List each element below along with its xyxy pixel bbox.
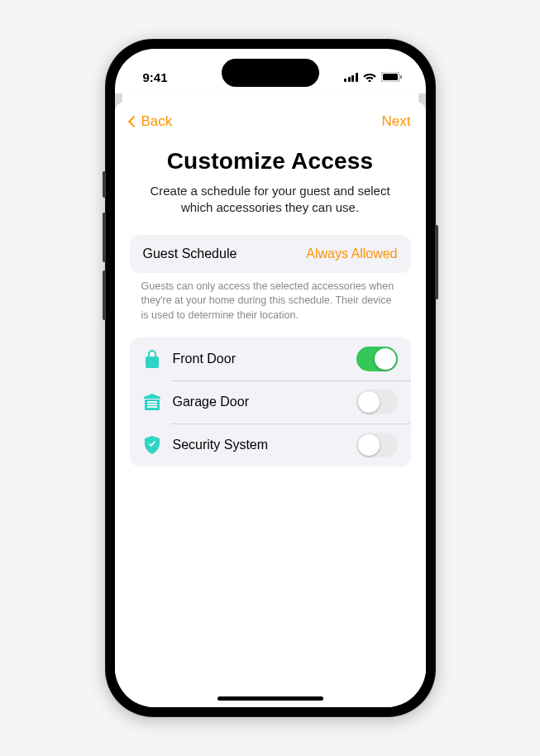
next-button-label: Next [382, 113, 411, 130]
accessory-label: Front Door [173, 352, 345, 366]
status-right-icons [344, 72, 403, 82]
accessory-toggle-security-system[interactable] [356, 433, 398, 457]
phone-volume-up-button [103, 213, 106, 262]
page-title: Customize Access [130, 148, 411, 175]
lock-icon [143, 350, 161, 368]
phone-volume-down-button [103, 270, 106, 320]
guest-schedule-label: Guest Schedule [143, 246, 237, 261]
chevron-left-icon [127, 116, 139, 127]
sheet-stack: Back Next Customize Access Create a sche… [115, 93, 426, 707]
accessory-row-front-door: Front Door [130, 337, 411, 380]
cell-signal-icon [344, 73, 358, 82]
accessory-label: Security System [173, 438, 345, 452]
nav-bar: Back Next [130, 113, 411, 130]
accessory-toggle-garage-door[interactable] [356, 390, 398, 414]
status-time: 9:41 [143, 70, 168, 84]
accessory-row-garage-door: Garage Door [130, 380, 411, 423]
back-button-label: Back [141, 113, 173, 130]
garage-icon [143, 393, 161, 411]
next-button[interactable]: Next [382, 113, 411, 130]
home-indicator[interactable] [217, 696, 323, 701]
schedule-cell-group: Guest Schedule Always Allowed [130, 235, 411, 273]
sheet: Back Next Customize Access Create a sche… [115, 102, 426, 707]
phone-frame: 9:41 Back [105, 39, 436, 717]
dynamic-island [222, 59, 319, 87]
back-button[interactable]: Back [130, 113, 173, 130]
accessory-toggle-front-door[interactable] [356, 347, 398, 371]
accessory-row-security-system: Security System [130, 423, 411, 467]
accessory-label: Garage Door [173, 395, 345, 409]
page-subtitle: Create a schedule for your guest and sel… [130, 183, 411, 217]
battery-icon [381, 72, 403, 82]
screen: 9:41 Back [115, 49, 426, 707]
shield-check-icon [143, 436, 161, 454]
phone-power-button [435, 225, 438, 299]
svg-rect-1 [383, 74, 398, 80]
wifi-icon [363, 72, 376, 82]
svg-rect-2 [400, 75, 402, 79]
phone-side-button [103, 171, 106, 198]
guest-schedule-row[interactable]: Guest Schedule Always Allowed [130, 235, 411, 273]
schedule-footnote: Guests can only access the selected acce… [130, 273, 411, 338]
guest-schedule-value: Always Allowed [306, 246, 397, 261]
accessory-list: Front Door Garage Door [130, 337, 411, 467]
